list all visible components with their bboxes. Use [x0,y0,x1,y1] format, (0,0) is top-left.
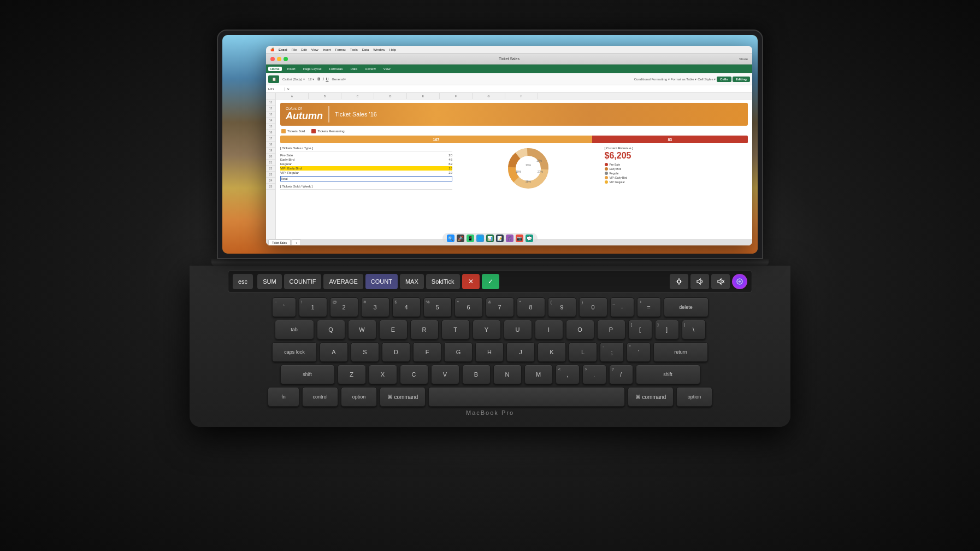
key-return[interactable]: return [653,342,708,362]
key-command-right[interactable]: ⌘ command [628,387,674,407]
tb-confirm-button[interactable]: ✓ [482,274,499,289]
editing-section[interactable]: Editing [733,77,750,82]
key-spacebar[interactable] [428,387,625,407]
bold-button[interactable]: B [317,77,320,81]
esc-key[interactable]: esc [233,274,253,289]
file-menu[interactable]: File [292,48,297,51]
dock-launchpad[interactable]: 🚀 [457,235,464,242]
key-backslash[interactable]: |\ [682,320,706,339]
ribbon-tab-review[interactable]: Review [363,67,378,71]
tools-menu[interactable]: Tools [350,48,358,51]
key-q[interactable]: Q [317,320,345,339]
tb-cancel-button[interactable]: ✕ [462,274,480,289]
key-option-right[interactable]: option [676,387,712,407]
key-comma[interactable]: <, [556,365,580,384]
dock-notes[interactable]: 📝 [496,235,504,242]
excel-window[interactable]: 🍎 Excel File Edit View Insert Format Too… [266,46,752,245]
ribbon-tab-data[interactable]: Data [348,67,359,71]
sheet-tab-ticket-sales[interactable]: Ticket Sales [268,239,291,245]
key-j[interactable]: J [506,342,535,362]
key-quote[interactable]: "' [627,342,651,362]
insert-menu[interactable]: Insert [323,48,331,51]
key-1[interactable]: !1 [299,297,327,317]
key-p[interactable]: P [597,320,625,339]
key-4[interactable]: $4 [392,297,421,317]
add-sheet-button[interactable]: + [292,239,301,245]
window-menu[interactable]: Window [373,48,385,51]
font-selector[interactable]: Calibri (Body) ▾ [282,77,305,81]
key-l[interactable]: L [569,342,597,362]
view-menu[interactable]: View [311,48,318,51]
key-shift-left[interactable]: shift [280,365,335,384]
key-6[interactable]: ^6 [454,297,483,317]
key-v[interactable]: V [431,365,459,384]
close-button[interactable] [270,57,275,61]
minimize-button[interactable] [277,57,281,61]
maximize-button[interactable] [284,57,288,61]
key-3[interactable]: #3 [361,297,389,317]
key-h[interactable]: H [475,342,504,362]
dock-messages[interactable]: 💬 [526,235,533,242]
ribbon-tab-home[interactable]: Home [268,67,282,71]
format-menu[interactable]: Format [335,48,346,51]
key-k[interactable]: K [538,342,566,362]
key-s[interactable]: S [351,342,379,362]
italic-button[interactable]: I [322,77,323,81]
key-r[interactable]: R [410,320,439,339]
key-n[interactable]: N [493,365,522,384]
key-x[interactable]: X [369,365,397,384]
key-bracket-l[interactable]: {[ [628,320,652,339]
key-backtick[interactable]: ~` [272,297,296,317]
dock-safari[interactable]: 🌐 [476,235,484,242]
key-g[interactable]: G [444,342,473,362]
key-fn[interactable]: fn [268,387,299,407]
key-w[interactable]: W [348,320,376,339]
cell-reference[interactable]: H23 [268,87,285,91]
tb-max[interactable]: MAX [400,274,424,289]
tb-soldtick[interactable]: SoldTick [426,274,460,289]
tb-brightness-down[interactable] [670,274,688,289]
key-option-left[interactable]: option [341,387,377,407]
key-b[interactable]: B [462,365,491,384]
cells-section[interactable]: Cells [717,77,731,82]
edit-menu[interactable]: Edit [301,48,306,51]
key-9[interactable]: (9 [548,297,576,317]
help-menu[interactable]: Help [389,48,396,51]
key-tab[interactable]: tab [275,320,314,339]
data-menu[interactable]: Data [362,48,369,51]
tb-volume[interactable] [690,274,709,289]
key-e[interactable]: E [379,320,408,339]
key-equals[interactable]: += [637,297,661,317]
key-capslock[interactable]: caps lock [272,342,317,362]
conditional-format-button[interactable]: Conditional Formatting ▾ [634,77,670,81]
key-command-left[interactable]: ⌘ command [380,387,426,407]
excel-menu[interactable]: Excel [279,48,287,51]
paste-button[interactable]: 📋 [268,75,279,83]
ribbon-tab-pagelayout[interactable]: Page Layout [301,67,324,71]
key-slash[interactable]: ?/ [609,365,633,384]
underline-button[interactable]: U [326,77,328,81]
key-d[interactable]: D [382,342,410,362]
tb-countif[interactable]: COUNTIF [284,274,322,289]
key-t[interactable]: T [441,320,470,339]
share-button[interactable]: Share [739,57,748,61]
tb-mute[interactable] [711,274,730,289]
cell-styles-button[interactable]: Cell Styles ▾ [698,77,716,81]
dock-excel[interactable]: 📊 [486,235,494,242]
key-y[interactable]: Y [473,320,501,339]
key-control[interactable]: control [302,387,338,407]
key-bracket-r[interactable]: }] [655,320,679,339]
key-u[interactable]: U [504,320,532,339]
key-7[interactable]: &7 [486,297,514,317]
tb-sum[interactable]: SUM [257,274,281,289]
key-minus[interactable]: _- [610,297,634,317]
ribbon-tab-insert[interactable]: Insert [285,67,298,71]
tb-count[interactable]: COUNT [365,274,398,289]
key-semicolon[interactable]: :; [600,342,624,362]
key-5[interactable]: %5 [423,297,452,317]
dock-music[interactable]: 🎵 [506,235,513,242]
key-f[interactable]: F [413,342,441,362]
key-a[interactable]: A [320,342,348,362]
dock-finder[interactable]: 🔍 [447,235,454,242]
key-8[interactable]: *8 [517,297,545,317]
